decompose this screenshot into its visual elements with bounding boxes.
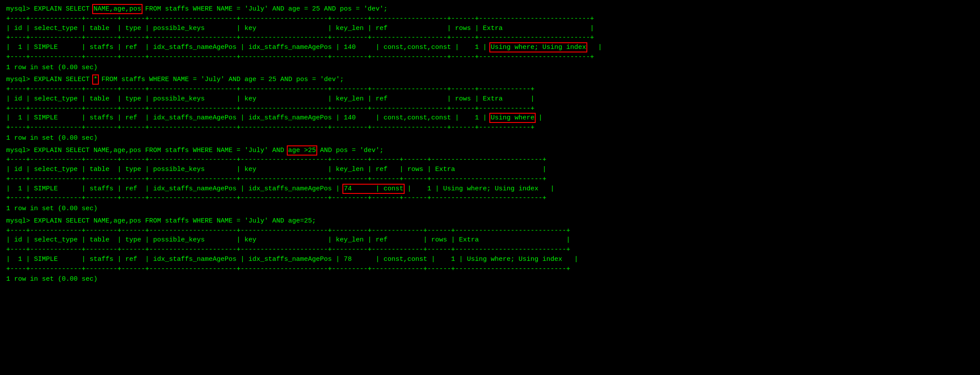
rowcount-2: 1 row in set (0.00 sec)	[6, 134, 974, 143]
terminal: mysql> EXPLAIN SELECT NAME,age,pos FROM …	[6, 4, 974, 284]
rowcount-4: 1 row in set (0.00 sec)	[6, 275, 974, 284]
rowcount-3: 1 row in set (0.00 sec)	[6, 204, 974, 214]
header-2: | id | select_type | table | type | poss…	[6, 94, 974, 104]
header-3: | id | select_type | table | type | poss…	[6, 165, 974, 175]
highlight-keylen-ref: 74 | const	[344, 185, 403, 193]
header-1: | id | select_type | table | type | poss…	[6, 24, 974, 33]
command-3: mysql> EXPLAIN SELECT NAME,age,pos FROM …	[6, 146, 974, 156]
divider-2-top: +----+-------------+--------+------+----…	[6, 85, 974, 94]
divider-3-mid: +----+-------------+--------+------+----…	[6, 175, 974, 184]
row-1: | 1 | SIMPLE | staffs | ref | idx_staffs…	[6, 43, 974, 52]
command-4: mysql> EXPLAIN SELECT NAME,age,pos FROM …	[6, 216, 974, 226]
divider-1-bot: +----+-------------+--------+------+----…	[6, 52, 974, 62]
divider-2-bot: +----+-------------+--------+------+----…	[6, 123, 974, 133]
command-2: mysql> EXPLAIN SELECT * FROM staffs WHER…	[6, 75, 974, 85]
section-1: mysql> EXPLAIN SELECT NAME,age,pos FROM …	[6, 4, 974, 72]
highlight-name-age-pos: NAME,age,pos	[94, 5, 141, 13]
divider-3-top: +----+-------------+--------+------+----…	[6, 155, 974, 165]
header-4: | id | select_type | table | type | poss…	[6, 235, 974, 245]
row-3: | 1 | SIMPLE | staffs | ref | idx_staffs…	[6, 184, 974, 194]
rowcount-1: 1 row in set (0.00 sec)	[6, 63, 974, 73]
divider-1-top: +----+-------------+--------+------+----…	[6, 14, 974, 24]
divider-3-bot: +----+-------------+--------+------+----…	[6, 193, 974, 203]
divider-2-mid: +----+-------------+--------+------+----…	[6, 104, 974, 114]
divider-4-mid: +----+-------------+--------+------+----…	[6, 245, 974, 255]
command-1: mysql> EXPLAIN SELECT NAME,age,pos FROM …	[6, 4, 974, 14]
row-2: | 1 | SIMPLE | staffs | ref | idx_staffs…	[6, 113, 974, 123]
highlight-star: *	[94, 76, 98, 83]
section-2: mysql> EXPLAIN SELECT * FROM staffs WHER…	[6, 75, 974, 143]
highlight-extra-2: Using where	[491, 114, 534, 122]
divider-1-mid: +----+-------------+--------+------+----…	[6, 33, 974, 43]
divider-4-top: +----+-------------+--------+------+----…	[6, 226, 974, 236]
row-4: | 1 | SIMPLE | staffs | ref | idx_staffs…	[6, 255, 974, 264]
highlight-age-gt25: age >25	[288, 147, 316, 154]
highlight-extra-1: Using where; Using index	[491, 44, 586, 51]
section-4: mysql> EXPLAIN SELECT NAME,age,pos FROM …	[6, 216, 974, 284]
section-3: mysql> EXPLAIN SELECT NAME,age,pos FROM …	[6, 146, 974, 214]
divider-4-bot: +----+-------------+--------+------+----…	[6, 264, 974, 274]
